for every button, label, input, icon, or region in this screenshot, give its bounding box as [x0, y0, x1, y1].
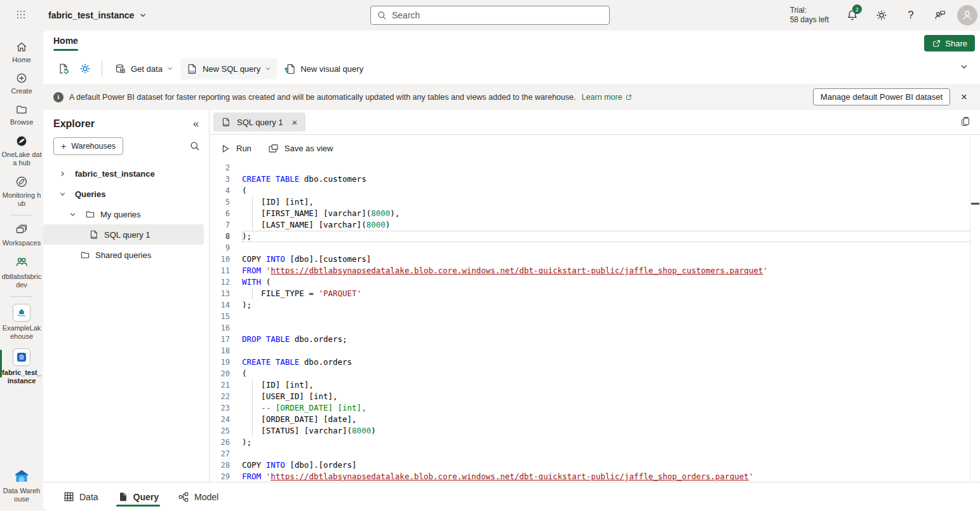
workspace-switcher[interactable]: fabric_test_instance [48, 10, 147, 20]
code-line-7[interactable]: 7 [LAST_NAME] [varchar](8000) [210, 219, 980, 231]
tab-query[interactable]: Query [117, 482, 159, 511]
nav-item-fabric-test-instance[interactable]: fabric_test_instance [0, 344, 43, 389]
visual-query-icon [284, 63, 296, 75]
code-line-21[interactable]: 21 [ID] [int], [210, 379, 980, 391]
line-number: 3 [213, 174, 230, 185]
app-launcher-waffle-icon[interactable] [0, 0, 43, 31]
run-label: Run [236, 144, 252, 153]
code-line-15[interactable]: 15 [210, 311, 980, 322]
new-warehouse-button[interactable]: + Warehouses [53, 137, 123, 155]
new-visual-query-button[interactable]: New visual query [278, 58, 369, 79]
tab-model[interactable]: Model [178, 482, 218, 511]
code-line-9[interactable]: 9 [210, 242, 980, 254]
code-line-27[interactable]: 27 [210, 448, 980, 460]
chevron-down-icon [69, 212, 76, 217]
tab-home[interactable]: Home [53, 36, 78, 51]
tab-sql-query-1[interactable]: SQL SQL query 1 × [213, 112, 305, 132]
sql-code-area[interactable]: 23CREATE TABLE dbo.customers4(5 [ID] [in… [210, 162, 980, 482]
code-line-3[interactable]: 3CREATE TABLE dbo.customers [210, 174, 980, 185]
warehouses-label: Warehouses [71, 142, 116, 151]
code-line-28[interactable]: 28COPY INTO [dbo].[orders] [210, 460, 980, 471]
new-sql-query-label: New SQL query [203, 64, 260, 74]
search-input[interactable] [392, 10, 603, 20]
nav-label: Home [12, 56, 30, 64]
share-button[interactable]: Share [924, 35, 975, 51]
code-line-14[interactable]: 14); [210, 299, 980, 311]
feedback-button[interactable] [925, 0, 955, 31]
code-line-8[interactable]: 8); [210, 231, 980, 242]
tree-item-queries[interactable]: Queries [43, 184, 204, 204]
tree-label: Shared queries [95, 250, 151, 260]
nav-label: Workspaces [3, 239, 41, 247]
code-line-6[interactable]: 6 [FIRST_NAME] [varchar](8000), [210, 208, 980, 219]
copy-icon[interactable] [960, 116, 971, 127]
notifications-button[interactable]: 2 [838, 0, 867, 31]
nav-browse[interactable]: Browse [0, 99, 43, 130]
close-tab-icon[interactable]: × [289, 117, 301, 128]
monitoring-icon [15, 175, 29, 189]
banner-close-icon[interactable]: × [956, 91, 972, 104]
code-line-18[interactable]: 18 [210, 345, 980, 357]
code-line-13[interactable]: 13 FILE_TYPE = 'PARQUET' [210, 288, 980, 299]
tab-data[interactable]: Data [64, 482, 98, 511]
account-avatar[interactable] [957, 5, 977, 25]
code-line-4[interactable]: 4( [210, 185, 980, 196]
get-data-button[interactable]: Get data [109, 58, 179, 79]
line-number: 26 [213, 437, 230, 448]
rail-divider [10, 296, 33, 297]
onelake-icon [15, 134, 29, 148]
refresh-document-button[interactable] [53, 58, 74, 79]
tree-item-shared-queries[interactable]: Shared queries [43, 245, 204, 265]
help-button[interactable]: ? [896, 0, 925, 31]
learn-more-link[interactable]: Learn more [582, 93, 633, 102]
warehouse-settings-button[interactable] [75, 58, 95, 79]
tab-data-label: Data [79, 492, 98, 502]
code-line-26[interactable]: 26); [210, 437, 980, 448]
code-line-25[interactable]: 25 [STATUS] [varchar](8000) [210, 425, 980, 437]
nav-home[interactable]: Home [0, 37, 43, 68]
code-line-2[interactable]: 2 [210, 162, 980, 174]
tree-item-warehouse[interactable]: fabric_test_instance [43, 163, 204, 184]
settings-button[interactable] [867, 0, 896, 31]
code-line-22[interactable]: 22 [USER_ID] [int], [210, 391, 980, 402]
tree-item-sql-query-1[interactable]: SQL SQL query 1 [43, 224, 204, 245]
code-line-29[interactable]: 29FROM 'https://dbtlabsynapsedatalake.bl… [210, 471, 980, 482]
editor-tabstrip: SQL SQL query 1 × [210, 110, 980, 135]
code-line-19[interactable]: 19CREATE TABLE dbo.orders [210, 357, 980, 368]
banner-message: A default Power BI dataset for faster re… [69, 93, 576, 102]
nav-create[interactable]: Create [0, 68, 43, 99]
nav-item-examplelakehouse[interactable]: ExampleLakehouse [0, 300, 43, 344]
overview-ruler-cursor-mark [971, 203, 979, 205]
editor-scrollbar[interactable] [970, 135, 970, 482]
line-number: 28 [213, 460, 230, 471]
line-number: 24 [213, 414, 230, 425]
save-as-view-button[interactable]: Save as view [268, 143, 333, 154]
line-number: 9 [213, 242, 230, 254]
code-line-10[interactable]: 10COPY INTO [dbo].[customers] [210, 254, 980, 265]
manage-default-dataset-button[interactable]: Manage default Power BI dataset [813, 88, 950, 106]
code-line-11[interactable]: 11FROM 'https://dbtlabsynapsedatalake.bl… [210, 265, 980, 276]
svg-text:SQL: SQL [91, 236, 97, 239]
code-line-5[interactable]: 5 [ID] [int], [210, 196, 980, 208]
nav-workspace-dbtlabsfabricdev[interactable]: dbtlabsfabricdev [0, 251, 43, 293]
code-line-23[interactable]: 23 -- [ORDER_DATE] [int], [210, 402, 980, 414]
code-line-12[interactable]: 12WITH ( [210, 276, 980, 288]
code-line-24[interactable]: 24 [ORDER_DATE] [date], [210, 414, 980, 425]
nav-workspaces[interactable]: Workspaces [0, 219, 43, 251]
new-sql-query-button[interactable]: SQL New SQL query [180, 58, 277, 79]
code-line-17[interactable]: 17DROP TABLE dbo.orders; [210, 334, 980, 345]
tree-label: My queries [100, 210, 141, 219]
tree-item-my-queries[interactable]: My queries [43, 204, 204, 224]
line-number: 25 [213, 425, 230, 437]
collapse-explorer-button[interactable]: « [193, 118, 199, 130]
run-button[interactable]: Run [220, 144, 252, 154]
explorer-search-button[interactable] [190, 141, 200, 151]
collapse-ribbon-button[interactable] [960, 62, 969, 71]
nav-onelake-data-hub[interactable]: OneLake data hub [0, 130, 43, 171]
code-line-20[interactable]: 20( [210, 368, 980, 379]
line-number: 14 [213, 299, 230, 311]
line-number: 18 [213, 345, 230, 357]
nav-data-warehouse[interactable]: Data Warehouse [0, 464, 43, 507]
code-line-16[interactable]: 16 [210, 322, 980, 334]
nav-monitoring-hub[interactable]: Monitoring hub [0, 171, 43, 212]
